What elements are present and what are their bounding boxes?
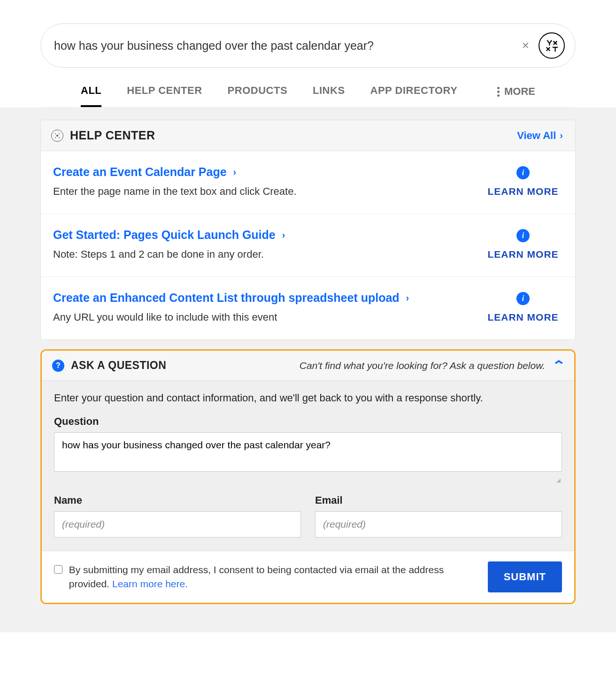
svg-point-10 — [55, 133, 56, 134]
result-title-link[interactable]: Create an Enhanced Content List through … — [53, 291, 409, 305]
chevron-right-icon: › — [233, 167, 237, 177]
learn-more-link[interactable]: LEARN MORE — [483, 249, 563, 260]
svg-line-0 — [547, 40, 550, 44]
svg-point-11 — [59, 133, 60, 134]
ask-question-section: ? ASK A QUESTION Can't find what you're … — [40, 349, 576, 604]
question-icon: ? — [52, 360, 64, 372]
help-center-icon — [51, 130, 63, 142]
info-icon: i — [516, 229, 530, 242]
result-description: Enter the page name in the text box and … — [53, 185, 469, 198]
section-title: HELP CENTER — [70, 129, 155, 142]
result-title-text: Get Started: Pages Quick Launch Guide — [53, 228, 276, 242]
consent-checkbox[interactable] — [54, 564, 62, 575]
tab-app-directory[interactable]: APP DIRECTORY — [370, 84, 458, 107]
info-icon: i — [516, 292, 530, 305]
result-item: Create an Event Calendar Page › Enter th… — [41, 151, 575, 214]
ask-hint-text: Can't find what you're looking for? Ask … — [300, 360, 545, 371]
consent-learn-more-link[interactable]: Learn more here. — [112, 578, 188, 589]
info-icon: i — [516, 166, 530, 179]
svg-line-1 — [549, 40, 552, 44]
question-label: Question — [54, 415, 562, 428]
name-label: Name — [54, 494, 301, 507]
result-description: Note: Steps 1 and 2 can be done in any o… — [53, 248, 469, 261]
ask-intro-text: Enter your question and contact informat… — [54, 392, 562, 404]
learn-more-link[interactable]: LEARN MORE — [483, 186, 563, 197]
help-center-section: HELP CENTER View All › Create an Event C… — [40, 120, 576, 340]
result-title-text: Create an Enhanced Content List through … — [53, 291, 400, 305]
tab-all[interactable]: ALL — [81, 84, 101, 107]
result-title-link[interactable]: Get Started: Pages Quick Launch Guide › — [53, 228, 285, 242]
view-all-link[interactable]: View All › — [517, 130, 563, 142]
consent-text: By submitting my email address, I consen… — [69, 563, 469, 591]
tabs-nav: ALL HELP CENTER PRODUCTS LINKS APP DIREC… — [40, 68, 576, 107]
result-item: Get Started: Pages Quick Launch Guide › … — [41, 214, 575, 277]
email-input[interactable] — [315, 511, 562, 537]
kebab-icon — [497, 87, 500, 97]
chevron-up-icon: ⌃ — [552, 358, 566, 372]
tab-help-center[interactable]: HELP CENTER — [127, 84, 202, 107]
result-title-link[interactable]: Create an Event Calendar Page › — [53, 165, 236, 179]
tab-more-label: MORE — [504, 85, 535, 98]
email-label: Email — [315, 494, 562, 507]
result-item: Create an Enhanced Content List through … — [41, 277, 575, 339]
tab-more[interactable]: MORE — [497, 85, 535, 106]
search-input[interactable] — [54, 39, 512, 53]
clear-search-button[interactable]: ✕ — [521, 41, 530, 50]
view-all-label: View All — [517, 130, 556, 142]
svg-point-9 — [56, 135, 58, 137]
ask-section-title: ASK A QUESTION — [71, 359, 166, 372]
search-bar: ✕ — [40, 23, 576, 68]
tab-links[interactable]: LINKS — [313, 84, 345, 107]
svg-point-13 — [59, 137, 60, 138]
tab-products[interactable]: PRODUCTS — [228, 84, 287, 107]
submit-button[interactable]: SUBMIT — [488, 561, 562, 592]
yext-logo-icon[interactable] — [539, 32, 565, 59]
result-description: Any URL you would like to include with t… — [53, 311, 469, 323]
name-input[interactable] — [54, 511, 301, 537]
chevron-right-icon: › — [282, 230, 285, 240]
learn-more-link[interactable]: LEARN MORE — [483, 312, 563, 323]
question-textarea[interactable] — [54, 432, 562, 472]
close-icon: ✕ — [522, 40, 530, 51]
result-title-text: Create an Event Calendar Page — [53, 165, 227, 179]
svg-point-12 — [55, 137, 56, 138]
chevron-right-icon: › — [560, 130, 563, 141]
collapse-toggle[interactable]: ⌃ — [552, 358, 566, 373]
chevron-right-icon: › — [406, 292, 409, 303]
